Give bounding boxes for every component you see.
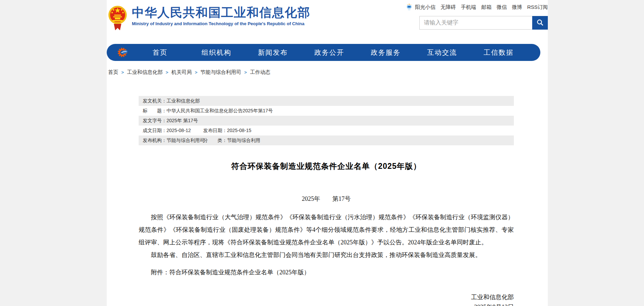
meta-value: 节能与综合利用 xyxy=(227,138,260,143)
attachment-line[interactable]: 附件：符合环保装备制造业规范条件企业名单（2025年版） xyxy=(139,266,514,279)
search-icon xyxy=(536,18,544,28)
meta-label: 发布机构： xyxy=(143,138,167,143)
top-links-row: 阳光小信无障碍手机端邮箱微信微博RSS订阅 xyxy=(406,3,548,11)
breadcrumb-item-3[interactable]: 节能与综合利用司 xyxy=(201,69,241,76)
meta-row-1: 标 题：中华人民共和国工业和信息化部公告2025年第17号 xyxy=(139,106,514,116)
breadcrumb-separator: > xyxy=(121,70,124,75)
signature-org: 工业和信息化部 xyxy=(139,292,514,302)
top-link-4[interactable]: 微信 xyxy=(497,4,507,11)
doc-paragraph-0: 按照《环保装备制造行业（大气治理）规范条件》《环保装备制造行业（污水治理）规范条… xyxy=(139,211,514,249)
meta-cell: 分 类：节能与综合利用 xyxy=(203,138,260,143)
meta-value: 工业和信息化部 xyxy=(167,98,200,103)
site-header: 中华人民共和国工业和信息化部 Ministry of Industry and … xyxy=(107,0,548,40)
breadcrumb-item-4[interactable]: 工作动态 xyxy=(250,69,270,76)
doc-meta-table: 发文机关：工业和信息化部标 题：中华人民共和国工业和信息化部公告2025年第17… xyxy=(139,96,514,145)
top-link-0[interactable]: 阳光小信 xyxy=(415,4,435,11)
nav-item-2[interactable]: 新闻发布 xyxy=(245,48,301,57)
page-content-column: 中华人民共和国工业和信息化部 Ministry of Industry and … xyxy=(107,0,548,306)
meta-cell: 发布日期：2025-08-15 xyxy=(203,128,251,133)
signature-block: 工业和信息化部 2025年8月12日 xyxy=(139,292,514,306)
sunshine-robot-icon xyxy=(406,3,413,11)
meta-label: 发文机关： xyxy=(143,98,167,103)
meta-row-2: 发文字号：2025年 第17号 xyxy=(139,116,514,126)
brand-text: 中华人民共和国工业和信息化部 Ministry of Industry and … xyxy=(132,3,310,26)
meta-row-3: 成文日期：2025-08-12发布日期：2025-08-15 xyxy=(139,126,514,135)
meta-row-0: 发文机关：工业和信息化部 xyxy=(139,96,514,106)
meta-cell: 发布机构：节能与综合利用司 xyxy=(143,135,203,145)
breadcrumb-item-1[interactable]: 工业和信息化部 xyxy=(127,69,163,76)
site-subtitle: Ministry of Industry and Information Tec… xyxy=(132,21,310,26)
miit-gear-e-logo-icon xyxy=(117,46,130,59)
meta-label: 发布日期： xyxy=(203,128,227,133)
meta-cell: 发文字号：2025年 第17号 xyxy=(143,118,198,123)
doc-number: 2025年 第17号 xyxy=(139,195,514,202)
top-link-1[interactable]: 无障碍 xyxy=(440,4,456,11)
site-title: 中华人民共和国工业和信息化部 xyxy=(132,5,310,20)
breadcrumb-separator: > xyxy=(166,70,169,75)
doc-title: 符合环保装备制造业规范条件企业名单（2025年版） xyxy=(139,161,514,172)
breadcrumb-item-0[interactable]: 首页 xyxy=(108,69,118,76)
header-right: 阳光小信无障碍手机端邮箱微信微博RSS订阅 xyxy=(406,3,548,30)
top-link-3[interactable]: 邮箱 xyxy=(481,4,491,11)
search-button[interactable] xyxy=(532,16,548,30)
nav-item-0[interactable]: 首页 xyxy=(132,48,188,57)
signature-date: 2025年8月12日 xyxy=(139,302,514,306)
meta-value: 中华人民共和国工业和信息化部公告2025年第17号 xyxy=(167,108,273,113)
meta-cell: 标 题：中华人民共和国工业和信息化部公告2025年第17号 xyxy=(143,108,273,113)
meta-value: 2025-08-12 xyxy=(167,128,191,133)
meta-label: 发文字号： xyxy=(143,118,167,123)
meta-label: 分 类： xyxy=(203,138,227,143)
breadcrumb-separator: > xyxy=(195,70,197,75)
breadcrumb-separator: > xyxy=(244,70,247,75)
doc-paragraph-1: 鼓励各省、自治区、直辖市工业和信息化主管部门会同当地有关部门研究出台支持政策，推… xyxy=(139,249,514,261)
breadcrumb-item-2[interactable]: 机关司局 xyxy=(171,69,192,76)
meta-row-4: 发布机构：节能与综合利用司分 类：节能与综合利用 xyxy=(139,135,514,145)
doc-body: 按照《环保装备制造行业（大气治理）规范条件》《环保装备制造行业（污水治理）规范条… xyxy=(139,211,514,261)
national-emblem-icon xyxy=(108,3,127,33)
top-link-2[interactable]: 手机端 xyxy=(461,4,476,11)
search-input[interactable] xyxy=(419,16,532,30)
primary-nav: 首页组织机构新闻发布政务公开政务服务互动交流工信数据 xyxy=(107,44,540,61)
nav-item-6[interactable]: 工信数据 xyxy=(470,48,527,57)
nav-item-1[interactable]: 组织机构 xyxy=(188,48,245,57)
top-link-6[interactable]: RSS订阅 xyxy=(527,4,548,11)
site-brand[interactable]: 中华人民共和国工业和信息化部 Ministry of Industry and … xyxy=(108,3,310,33)
meta-cell: 发文机关：工业和信息化部 xyxy=(143,98,200,103)
nav-item-3[interactable]: 政务公开 xyxy=(301,48,358,57)
nav-item-4[interactable]: 政务服务 xyxy=(358,48,414,57)
document-area: 发文机关：工业和信息化部标 题：中华人民共和国工业和信息化部公告2025年第17… xyxy=(107,96,548,306)
meta-value: 节能与综合利用司 xyxy=(167,138,205,143)
top-link-5[interactable]: 微博 xyxy=(512,4,522,11)
meta-label: 标 题： xyxy=(143,108,167,113)
meta-label: 成文日期： xyxy=(143,128,167,133)
meta-value: 2025-08-15 xyxy=(227,128,251,133)
meta-cell: 成文日期：2025-08-12 xyxy=(143,126,203,135)
breadcrumb: 首页>工业和信息化部>机关司局>节能与综合利用司>工作动态 xyxy=(107,69,548,76)
meta-value: 2025年 第17号 xyxy=(167,118,198,123)
nav-item-5[interactable]: 互动交流 xyxy=(414,48,470,57)
search-bar xyxy=(406,16,548,30)
